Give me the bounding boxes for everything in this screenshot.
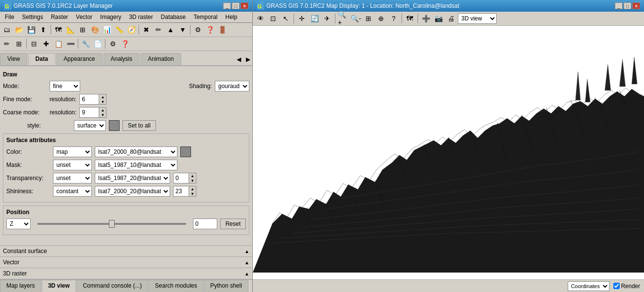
right-close-button[interactable]: ✕ bbox=[632, 2, 640, 9]
vector-row[interactable]: Vector ▲ bbox=[0, 256, 252, 268]
screenshot-icon[interactable]: 📷 bbox=[433, 13, 444, 24]
set-to-all-button[interactable]: Set to all bbox=[122, 120, 156, 131]
remove-icon[interactable]: ➖ bbox=[65, 38, 76, 50]
menu-temporal[interactable]: Temporal bbox=[191, 13, 220, 21]
zoom-region-icon[interactable]: ⊞ bbox=[363, 13, 374, 24]
mask-map-select[interactable]: lsat5_1987_10@landsat bbox=[95, 160, 177, 170]
zoom-in-icon[interactable]: 🔍+ bbox=[337, 13, 349, 24]
add-raster-icon[interactable]: 🗺 bbox=[52, 24, 64, 36]
settings-icon[interactable]: ⚙ bbox=[192, 24, 204, 36]
tab-view[interactable]: View bbox=[0, 53, 27, 65]
fine-res-up[interactable]: ▲ bbox=[99, 94, 106, 99]
fly-icon[interactable]: ✈ bbox=[321, 13, 333, 24]
add-rgb-icon[interactable]: 🎨 bbox=[89, 24, 101, 36]
shininess-input[interactable] bbox=[173, 186, 189, 197]
fine-res-input[interactable] bbox=[79, 94, 99, 105]
transparency-map-select[interactable]: lsat5_1987_20@landsat bbox=[95, 173, 170, 183]
table-icon[interactable]: ⊞ bbox=[13, 38, 25, 50]
bottom-tab-python-shell[interactable]: Python shell bbox=[204, 280, 248, 292]
right-maximize-button[interactable]: □ bbox=[624, 2, 631, 9]
save-icon[interactable]: 💾 bbox=[25, 24, 37, 36]
transparency-up[interactable]: ▲ bbox=[189, 173, 196, 178]
magnify-icon[interactable]: ⊕ bbox=[375, 13, 387, 24]
move-down-icon[interactable]: ▼ bbox=[177, 24, 189, 36]
shading-select[interactable]: gouraud flat bbox=[215, 81, 249, 91]
transparency-down[interactable]: ▼ bbox=[189, 178, 196, 183]
minimize-button[interactable]: _ bbox=[223, 2, 231, 9]
add-barscale-icon[interactable]: 📏 bbox=[113, 24, 125, 36]
bottom-tab-command-console[interactable]: Command console (...) bbox=[76, 280, 148, 292]
move-up-icon[interactable]: ▲ bbox=[165, 24, 176, 36]
rotate-icon[interactable]: 🔄 bbox=[309, 13, 320, 24]
query-icon[interactable]: ? bbox=[388, 13, 400, 24]
tab-analysis[interactable]: Analysis bbox=[104, 53, 140, 65]
color-map-select[interactable]: lsat7_2000_80@landsat bbox=[95, 146, 177, 157]
eye-icon[interactable]: 👁 bbox=[255, 13, 266, 24]
menu-database[interactable]: Database bbox=[158, 13, 189, 21]
manage-icon[interactable]: 🔧 bbox=[80, 38, 91, 50]
tab-animation[interactable]: Animation bbox=[140, 53, 181, 65]
menu-help[interactable]: Help bbox=[223, 13, 241, 21]
menu-file[interactable]: File bbox=[2, 13, 17, 21]
coordinates-select[interactable]: Coordinates bbox=[568, 281, 609, 291]
constant-surface-row[interactable]: Constant surface ▲ bbox=[0, 245, 252, 256]
rename-icon[interactable]: ✏ bbox=[153, 24, 164, 36]
bottom-tab-search-modules[interactable]: Search modules bbox=[149, 280, 204, 292]
bottom-tab-3d-view[interactable]: 3D view bbox=[42, 280, 76, 292]
menu-settings[interactable]: Settings bbox=[19, 13, 46, 21]
add-overlay-icon[interactable]: ⊞ bbox=[77, 24, 88, 36]
tab-data[interactable]: Data bbox=[28, 53, 55, 65]
transparency-type-select[interactable]: unset bbox=[53, 173, 92, 183]
fine-res-down[interactable]: ▼ bbox=[99, 99, 106, 104]
tab-appearance[interactable]: Appearance bbox=[56, 53, 103, 65]
select-icon[interactable]: ↖ bbox=[280, 13, 292, 24]
transparency-input[interactable] bbox=[173, 173, 189, 183]
copy-icon[interactable]: 📄 bbox=[92, 38, 104, 50]
position-slider[interactable] bbox=[37, 223, 186, 225]
zoom-out-icon[interactable]: 🔍- bbox=[350, 13, 362, 24]
shininess-down[interactable]: ▼ bbox=[189, 191, 196, 196]
color-type-select[interactable]: map constant bbox=[53, 146, 92, 157]
raster-3d-row[interactable]: 3D raster ▲ bbox=[0, 268, 252, 279]
tab-prev-button[interactable]: ◀ bbox=[235, 56, 243, 63]
edit-icon[interactable]: ✏ bbox=[1, 38, 13, 50]
style-select[interactable]: surface wire bbox=[74, 120, 106, 131]
mode-select[interactable]: fine coarse both bbox=[50, 81, 80, 91]
tab-next-button[interactable]: ▶ bbox=[244, 56, 252, 63]
open-icon[interactable]: 📂 bbox=[13, 24, 25, 36]
menu-imagery[interactable]: Imagery bbox=[97, 13, 124, 21]
move-icon[interactable]: ✛ bbox=[296, 13, 308, 24]
maximize-button[interactable]: □ bbox=[232, 2, 240, 9]
position-reset-button[interactable]: Reset bbox=[220, 219, 246, 229]
settings2-icon[interactable]: ⚙ bbox=[107, 38, 119, 50]
quit-icon[interactable]: 🚪 bbox=[216, 24, 228, 36]
render-checkbox[interactable] bbox=[613, 283, 620, 289]
position-value-input[interactable] bbox=[193, 219, 217, 229]
right-minimize-button[interactable]: _ bbox=[615, 2, 623, 9]
delete-icon[interactable]: ✖ bbox=[140, 24, 152, 36]
add-table-icon[interactable]: 📋 bbox=[52, 38, 64, 50]
coarse-res-down[interactable]: ▼ bbox=[99, 112, 106, 117]
menu-raster[interactable]: Raster bbox=[48, 13, 71, 21]
coarse-res-input[interactable] bbox=[79, 107, 99, 118]
close-button[interactable]: ✕ bbox=[241, 2, 248, 9]
help-icon[interactable]: ❓ bbox=[204, 24, 216, 36]
add-north-arrow-icon[interactable]: 🧭 bbox=[125, 24, 137, 36]
bottom-tab-map-layers[interactable]: Map layers bbox=[0, 280, 41, 292]
view-select[interactable]: 3D view 2D view bbox=[458, 13, 497, 24]
style-color-box[interactable] bbox=[109, 120, 120, 131]
zoom-extent-icon[interactable]: ⊡ bbox=[267, 13, 279, 24]
coarse-res-up[interactable]: ▲ bbox=[99, 108, 106, 112]
mask-type-select[interactable]: unset bbox=[53, 160, 92, 170]
shininess-up[interactable]: ▲ bbox=[189, 186, 196, 191]
grid-icon[interactable]: ⊟ bbox=[28, 38, 40, 50]
menu-3d-raster[interactable]: 3D raster bbox=[126, 13, 156, 21]
digitize-icon[interactable]: ✚ bbox=[40, 38, 52, 50]
load-icon[interactable]: ⬆ bbox=[37, 24, 49, 36]
add-legend-icon[interactable]: 📊 bbox=[101, 24, 113, 36]
shininess-type-select[interactable]: constant bbox=[53, 186, 92, 197]
print-icon[interactable]: 🖨 bbox=[445, 13, 457, 24]
menu-vector[interactable]: Vector bbox=[73, 13, 95, 21]
add-vector-icon[interactable]: 📐 bbox=[65, 24, 76, 36]
map-icon[interactable]: 🗺 bbox=[404, 13, 416, 24]
